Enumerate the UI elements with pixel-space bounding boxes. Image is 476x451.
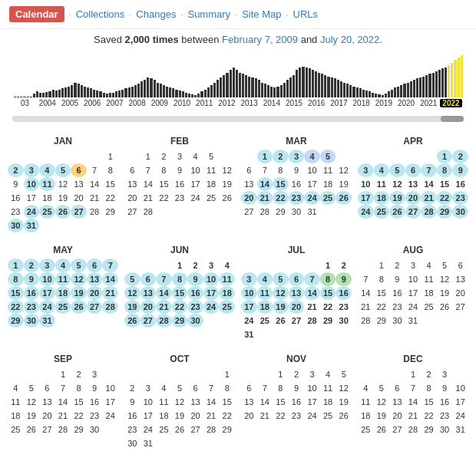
calendar-day[interactable]: 27: [405, 205, 421, 219]
calendar-day[interactable]: 17: [358, 191, 374, 205]
calendar-day[interactable]: 29: [421, 423, 437, 436]
calendar-day[interactable]: 20: [241, 409, 257, 423]
calendar-day[interactable]: 14: [304, 286, 320, 300]
calendar-day[interactable]: 22: [71, 409, 87, 423]
calendar-day[interactable]: 8: [172, 272, 188, 286]
calendar-day[interactable]: 6: [452, 258, 468, 272]
calendar-day[interactable]: 22: [8, 300, 24, 314]
calendar-day[interactable]: 21: [102, 286, 118, 300]
calendar-day[interactable]: 3: [304, 367, 320, 381]
year-label[interactable]: 03: [14, 99, 36, 107]
calendar-day[interactable]: 27: [389, 423, 405, 436]
calendar-day[interactable]: 10: [358, 177, 374, 191]
calendar-day[interactable]: 29: [273, 205, 289, 219]
calendar-day[interactable]: 21: [257, 191, 273, 205]
calendar-day[interactable]: 3: [172, 150, 188, 163]
calendar-day[interactable]: 26: [336, 409, 352, 423]
calendar-day[interactable]: 29: [320, 314, 336, 328]
calendar-day[interactable]: 18: [320, 177, 336, 191]
calendar-day[interactable]: 9: [24, 272, 40, 286]
year-label[interactable]: 2014: [260, 99, 283, 107]
calendar-day[interactable]: 7: [257, 381, 273, 395]
calendar-day[interactable]: 10: [102, 381, 118, 395]
calendar-day[interactable]: 16: [289, 395, 305, 409]
calendar-day[interactable]: 6: [289, 272, 305, 286]
calendar-day[interactable]: 18: [8, 409, 24, 423]
calendar-day[interactable]: 14: [257, 177, 273, 191]
calendar-day[interactable]: 27: [452, 300, 468, 314]
calendar-day[interactable]: 7: [140, 163, 157, 177]
calendar-day[interactable]: 8: [156, 163, 172, 177]
calendar-day[interactable]: 15: [172, 286, 188, 300]
calendar-day[interactable]: 1: [102, 150, 118, 163]
calendar-day[interactable]: 7: [203, 381, 220, 395]
calendar-day[interactable]: 20: [87, 286, 103, 300]
calendar-day[interactable]: 4: [320, 367, 336, 381]
year-label[interactable]: 2011: [193, 99, 216, 107]
calendar-day[interactable]: 23: [172, 191, 188, 205]
calendar-day[interactable]: 10: [405, 272, 421, 286]
calendar-day[interactable]: 27: [187, 423, 203, 436]
calendar-day[interactable]: 6: [187, 381, 203, 395]
calendar-day[interactable]: 14: [102, 272, 118, 286]
nav-link-summary[interactable]: Summary: [187, 8, 230, 20]
calendar-day[interactable]: 23: [8, 205, 24, 219]
calendar-day[interactable]: 17: [187, 177, 203, 191]
calendar-day[interactable]: 9: [336, 272, 352, 286]
calendar-day[interactable]: 30: [289, 205, 305, 219]
calendar-day[interactable]: 14: [257, 395, 273, 409]
calendar-day[interactable]: 16: [187, 286, 203, 300]
calendar-day[interactable]: 11: [320, 163, 336, 177]
calendar-day[interactable]: 27: [39, 423, 55, 436]
calendar-day[interactable]: 1: [374, 258, 390, 272]
calendar-day[interactable]: 31: [39, 314, 55, 328]
calendar-day[interactable]: 1: [320, 258, 336, 272]
calendar-day[interactable]: 30: [124, 436, 140, 450]
calendar-day[interactable]: 7: [421, 163, 437, 177]
calendar-day[interactable]: 26: [71, 300, 87, 314]
calendar-day[interactable]: 13: [87, 272, 103, 286]
calendar-day[interactable]: 9: [289, 381, 305, 395]
calendar-day[interactable]: 31: [241, 328, 257, 341]
calendar-day[interactable]: 26: [124, 314, 140, 328]
calendar-day[interactable]: 3: [437, 367, 453, 381]
calendar-day[interactable]: 15: [437, 177, 453, 191]
calendar-day[interactable]: 19: [172, 409, 188, 423]
calendar-day[interactable]: 16: [87, 395, 103, 409]
calendar-day[interactable]: 11: [358, 395, 374, 409]
calendar-day[interactable]: 22: [437, 191, 453, 205]
calendar-day[interactable]: 7: [304, 272, 320, 286]
calendar-day[interactable]: 5: [55, 163, 71, 177]
calendar-day[interactable]: 2: [389, 258, 405, 272]
calendar-day[interactable]: 23: [187, 300, 203, 314]
calendar-day[interactable]: 22: [273, 409, 289, 423]
calendar-day[interactable]: 30: [336, 314, 352, 328]
calendar-day[interactable]: 17: [304, 177, 320, 191]
calendar-day[interactable]: 15: [374, 286, 390, 300]
calendar-day[interactable]: 5: [389, 163, 405, 177]
calendar-day[interactable]: 4: [55, 258, 71, 272]
calendar-day[interactable]: 15: [320, 286, 336, 300]
calendar-day[interactable]: 9: [172, 163, 188, 177]
calendar-day[interactable]: 2: [24, 258, 40, 272]
calendar-day[interactable]: 6: [124, 163, 140, 177]
calendar-day[interactable]: 2: [452, 150, 468, 163]
calendar-day[interactable]: 19: [71, 286, 87, 300]
year-label[interactable]: 2009: [148, 99, 170, 107]
calendar-day[interactable]: 22: [102, 191, 118, 205]
calendar-day[interactable]: 27: [71, 205, 87, 219]
calendar-day[interactable]: 28: [257, 205, 273, 219]
calendar-day[interactable]: 27: [87, 300, 103, 314]
calendar-day[interactable]: 16: [289, 177, 305, 191]
calendar-day[interactable]: 30: [8, 219, 24, 232]
calendar-day[interactable]: 20: [289, 300, 305, 314]
calendar-day[interactable]: 8: [8, 272, 24, 286]
calendar-day[interactable]: 20: [71, 191, 87, 205]
calendar-day[interactable]: 13: [389, 395, 405, 409]
calendar-day[interactable]: 10: [452, 381, 468, 395]
calendar-day[interactable]: 23: [289, 191, 305, 205]
calendar-day[interactable]: 22: [320, 300, 336, 314]
calendar-day[interactable]: 18: [39, 191, 55, 205]
calendar-day[interactable]: 16: [8, 191, 24, 205]
calendar-day[interactable]: 11: [421, 272, 437, 286]
